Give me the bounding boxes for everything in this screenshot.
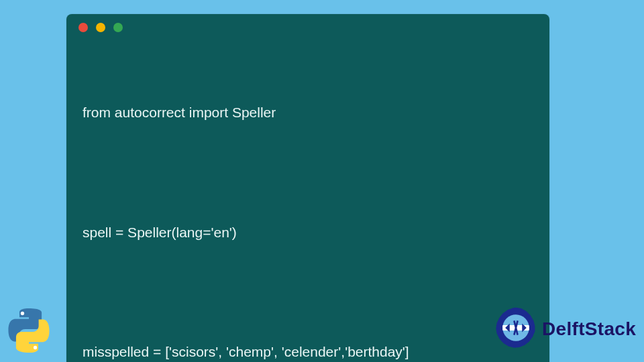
- code-window: from autocorrect import Speller spell = …: [66, 14, 549, 362]
- delftstack-logo: DelftStack: [494, 306, 636, 353]
- maximize-icon: [113, 23, 123, 32]
- python-icon: [5, 307, 52, 354]
- delftstack-icon: [494, 306, 538, 353]
- minimize-icon: [96, 23, 105, 32]
- code-line: misspelled = ['scisors', 'chemp', 'celen…: [83, 340, 533, 362]
- window-titlebar: [66, 14, 549, 41]
- close-icon: [78, 23, 88, 32]
- code-body: from autocorrect import Speller spell = …: [66, 41, 549, 362]
- svg-point-1: [34, 346, 37, 349]
- svg-point-0: [21, 312, 24, 315]
- brand-name: DelftStack: [542, 318, 636, 340]
- code-line: spell = Speller(lang='en'): [83, 221, 533, 245]
- code-line: from autocorrect import Speller: [83, 101, 533, 125]
